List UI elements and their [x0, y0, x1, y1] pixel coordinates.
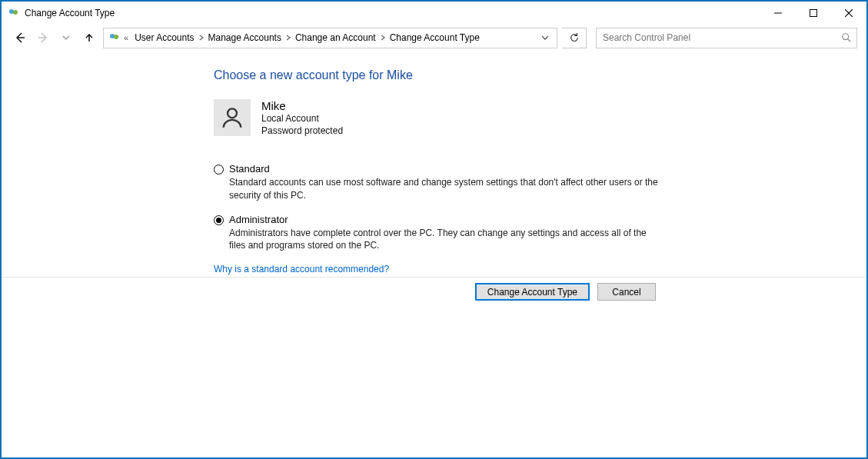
separator — [2, 277, 866, 278]
account-status: Password protected — [261, 125, 343, 137]
chevron-right-icon[interactable] — [284, 35, 292, 41]
svg-point-8 — [110, 34, 115, 38]
main-content: Choose a new account type for Mike Mike … — [2, 52, 866, 274]
page-heading: Choose a new account type for Mike — [214, 68, 866, 82]
svg-point-10 — [843, 34, 849, 40]
help-link[interactable]: Why is a standard account recommended? — [214, 264, 866, 274]
close-button[interactable] — [831, 2, 866, 24]
refresh-button[interactable] — [562, 28, 587, 48]
breadcrumb-segment[interactable]: Change Account Type — [387, 32, 483, 43]
svg-point-1 — [13, 10, 18, 15]
location-icon — [108, 32, 121, 44]
option-label: Administrator — [229, 214, 660, 225]
nav-bar: « User Accounts Manage Accounts Change a… — [2, 24, 866, 52]
option-administrator[interactable]: Administrator Administrators have comple… — [214, 214, 660, 251]
option-standard[interactable]: Standard Standard accounts can use most … — [214, 163, 660, 201]
address-bar[interactable]: « User Accounts Manage Accounts Change a… — [103, 28, 557, 48]
account-type-label: Local Account — [261, 112, 343, 125]
chevron-right-icon[interactable] — [379, 35, 387, 41]
person-icon — [219, 105, 245, 131]
overflow-chevrons-icon[interactable]: « — [122, 33, 130, 42]
breadcrumb-segment[interactable]: Change an Account — [292, 32, 379, 43]
up-button[interactable] — [80, 28, 98, 47]
change-account-type-button[interactable]: Change Account Type — [475, 283, 590, 301]
breadcrumb-segment[interactable]: User Accounts — [131, 32, 197, 43]
account-summary: Mike Local Account Password protected — [214, 99, 866, 137]
minimize-button[interactable] — [760, 2, 796, 24]
svg-point-9 — [114, 35, 118, 39]
option-description: Standard accounts can use most software … — [229, 176, 660, 201]
option-label: Standard — [229, 163, 660, 175]
account-name: Mike — [261, 99, 343, 112]
window-title: Change Account Type — [25, 8, 115, 18]
svg-rect-3 — [810, 9, 817, 16]
button-row: Change Account Type Cancel — [475, 283, 656, 301]
svg-point-12 — [228, 108, 237, 118]
recent-dropdown[interactable] — [57, 28, 75, 47]
title-bar: Change Account Type — [2, 2, 866, 24]
svg-line-11 — [848, 39, 851, 42]
cancel-button[interactable]: Cancel — [597, 283, 656, 301]
search-icon — [841, 32, 852, 43]
radio-standard[interactable] — [214, 165, 224, 175]
avatar — [214, 99, 251, 136]
breadcrumb-segment[interactable]: Manage Accounts — [205, 32, 284, 43]
search-box[interactable] — [596, 28, 857, 48]
forward-button[interactable] — [34, 28, 52, 47]
back-button[interactable] — [11, 28, 29, 47]
search-input[interactable] — [601, 32, 841, 44]
svg-point-0 — [9, 9, 14, 14]
radio-administrator[interactable] — [214, 215, 224, 225]
chevron-right-icon[interactable] — [198, 35, 205, 41]
address-history-dropdown[interactable] — [537, 28, 554, 48]
maximize-button[interactable] — [796, 2, 831, 24]
app-icon — [8, 7, 20, 19]
option-description: Administrators have complete control ove… — [229, 227, 660, 251]
